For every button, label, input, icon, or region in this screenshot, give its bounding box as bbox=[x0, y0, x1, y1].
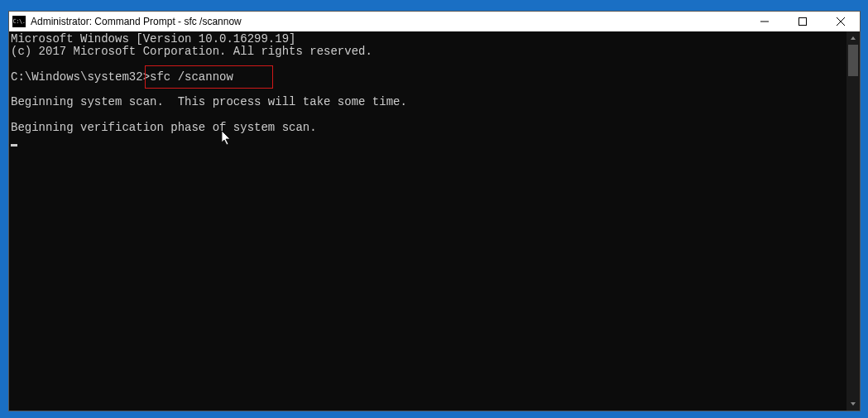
output-line: Beginning verification phase of system s… bbox=[11, 121, 317, 134]
minimize-icon bbox=[760, 17, 769, 26]
close-icon bbox=[837, 17, 845, 26]
terminal-output[interactable]: Microsoft Windows [Version 10.0.16299.19… bbox=[9, 31, 846, 411]
command-prompt-window: C:\. Administrator: Command Prompt - sfc… bbox=[8, 11, 861, 411]
svg-marker-5 bbox=[851, 402, 856, 406]
vertical-scrollbar[interactable] bbox=[846, 31, 860, 411]
output-line: Beginning system scan. This process will… bbox=[11, 95, 407, 108]
prompt-text: C:\Windows\system32> bbox=[11, 70, 150, 84]
cmd-icon: C:\. bbox=[12, 16, 26, 27]
chevron-down-icon bbox=[850, 401, 856, 407]
svg-marker-4 bbox=[851, 36, 856, 40]
scrollbar-track[interactable] bbox=[846, 45, 860, 397]
minimize-button[interactable] bbox=[746, 12, 784, 31]
close-button[interactable] bbox=[822, 12, 860, 31]
scroll-up-button[interactable] bbox=[846, 31, 860, 45]
scroll-down-button[interactable] bbox=[846, 397, 860, 411]
window-controls bbox=[746, 12, 860, 31]
maximize-icon bbox=[798, 17, 807, 26]
maximize-button[interactable] bbox=[784, 12, 822, 31]
terminal-body: Microsoft Windows [Version 10.0.16299.19… bbox=[9, 31, 860, 411]
window-title: Administrator: Command Prompt - sfc /sca… bbox=[31, 16, 746, 27]
output-line: (c) 2017 Microsoft Corporation. All righ… bbox=[11, 45, 372, 58]
svg-rect-1 bbox=[799, 18, 807, 26]
scrollbar-thumb[interactable] bbox=[848, 45, 858, 76]
titlebar[interactable]: C:\. Administrator: Command Prompt - sfc… bbox=[9, 12, 860, 31]
output-line: Microsoft Windows [Version 10.0.16299.19… bbox=[11, 32, 295, 46]
command-text: sfc /scannow bbox=[150, 70, 233, 84]
text-cursor bbox=[11, 144, 17, 147]
chevron-up-icon bbox=[850, 35, 856, 41]
